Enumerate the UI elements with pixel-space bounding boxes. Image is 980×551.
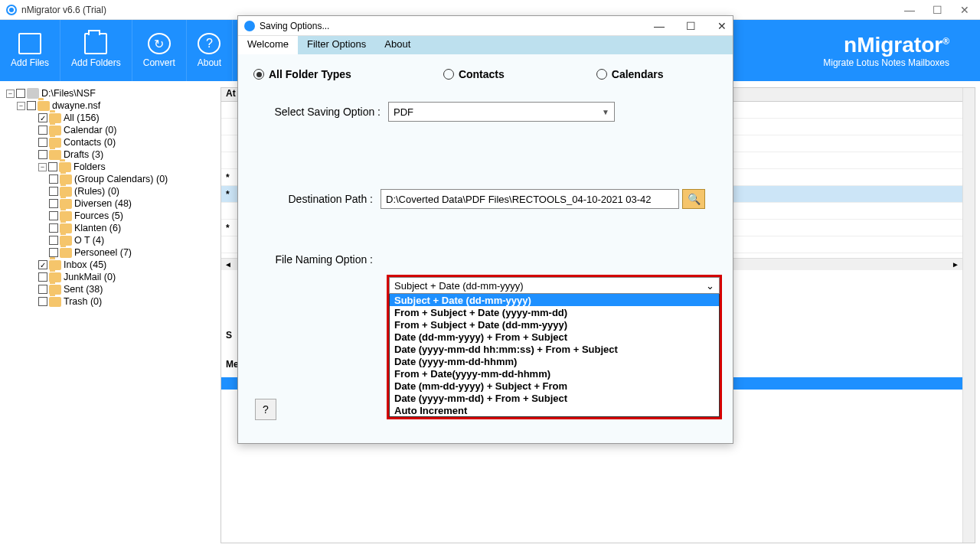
radio-label: Calendars bbox=[612, 68, 664, 80]
file-naming-option[interactable]: Date (yyyy-mm-dd-hhmm) bbox=[390, 355, 719, 367]
tree-checkbox[interactable] bbox=[49, 211, 58, 220]
radio-all-folder-types[interactable]: All Folder Types bbox=[253, 68, 351, 80]
tree-checkbox[interactable] bbox=[38, 297, 47, 306]
tree-checkbox[interactable] bbox=[38, 285, 47, 294]
file-naming-option[interactable]: From + Subject + Date (yyyy-mm-dd) bbox=[390, 306, 719, 318]
tree-checkbox[interactable] bbox=[38, 260, 47, 269]
file-naming-option[interactable]: From + Date(yyyy-mm-dd-hhmm) bbox=[390, 367, 719, 380]
tree-item[interactable]: Klanten (6) bbox=[6, 222, 217, 234]
file-naming-option[interactable]: Date (yyyy-mm-dd hh:mm:ss) + From + Subj… bbox=[390, 343, 719, 355]
tree-item[interactable]: Contacts (0) bbox=[6, 136, 217, 148]
file-naming-option[interactable]: Date (dd-mm-yyyy) + From + Subject bbox=[390, 331, 719, 343]
tree-checkbox[interactable] bbox=[49, 199, 58, 208]
tree-item[interactable]: Drafts (3) bbox=[6, 148, 217, 161]
help-button[interactable]: ? bbox=[255, 399, 276, 420]
tree-item-label: (Rules) (0) bbox=[74, 186, 119, 197]
tree-checkbox[interactable] bbox=[38, 272, 47, 282]
saving-option-select[interactable]: PDF ▼ bbox=[388, 102, 615, 122]
tree-item[interactable]: All (156) bbox=[6, 112, 217, 124]
folder-icon bbox=[49, 272, 61, 282]
dialog-tabs: Welcome Filter Options About bbox=[238, 36, 733, 54]
tree-checkbox[interactable] bbox=[38, 126, 47, 135]
file-naming-option[interactable]: Subject + Date (dd-mm-yyyy) bbox=[390, 294, 719, 306]
radio-contacts[interactable]: Contacts bbox=[443, 68, 505, 80]
file-naming-option[interactable]: Auto Increment bbox=[390, 404, 719, 416]
tree-checkbox[interactable] bbox=[49, 248, 58, 257]
tree-item[interactable]: JunkMail (0) bbox=[6, 271, 217, 283]
tree-checkbox[interactable] bbox=[27, 101, 36, 110]
file-naming-option[interactable]: Date (mm-dd-yyyy) + Subject + From bbox=[390, 380, 719, 392]
collapse-icon[interactable]: − bbox=[17, 102, 25, 110]
tree-item[interactable]: O T (4) bbox=[6, 234, 217, 246]
tab-about[interactable]: About bbox=[375, 36, 420, 54]
chevron-down-icon: ⌄ bbox=[706, 280, 714, 292]
tree-checkbox[interactable] bbox=[38, 138, 47, 147]
destination-path-label: Destination Path : bbox=[250, 193, 381, 205]
file-naming-option[interactable]: From + Subject + Date (dd-mm-yyyy) bbox=[390, 318, 719, 331]
saving-option-value: PDF bbox=[394, 106, 413, 118]
tree-item[interactable]: Diversen (48) bbox=[6, 197, 217, 210]
collapse-icon[interactable]: − bbox=[6, 90, 15, 98]
folder-icon bbox=[60, 236, 72, 246]
convert-button[interactable]: Convert bbox=[132, 20, 187, 81]
folder-icon bbox=[49, 113, 61, 123]
vertical-scrollbar[interactable] bbox=[962, 88, 975, 543]
tree-item[interactable]: Inbox (45) bbox=[6, 259, 217, 271]
radio-calendars[interactable]: Calendars bbox=[596, 68, 664, 80]
tree-item-label: Folders bbox=[74, 161, 106, 172]
tree-checkbox[interactable] bbox=[49, 223, 58, 233]
about-button[interactable]: About bbox=[187, 20, 233, 81]
destination-path-input[interactable] bbox=[381, 189, 679, 209]
minimize-icon[interactable]: — bbox=[905, 5, 914, 15]
tree-item[interactable]: (Group Calendars) (0) bbox=[6, 173, 217, 185]
tab-welcome[interactable]: Welcome bbox=[238, 36, 298, 54]
tree-item-label: JunkMail (0) bbox=[64, 272, 116, 282]
tree-item-label: Contacts (0) bbox=[64, 137, 116, 148]
tree-checkbox[interactable] bbox=[38, 150, 47, 159]
tree-file-label[interactable]: dwayne.nsf bbox=[52, 100, 100, 111]
browse-button[interactable]: 🔍 bbox=[682, 189, 705, 209]
scroll-right-icon[interactable]: ► bbox=[952, 260, 959, 269]
file-naming-select[interactable]: Subject + Date (dd-mm-yyyy) ⌄ bbox=[389, 277, 720, 294]
radio-icon bbox=[253, 69, 264, 80]
tree-item[interactable]: (Rules) (0) bbox=[6, 185, 217, 197]
tree-checkbox[interactable] bbox=[48, 162, 57, 171]
dialog-maximize-icon[interactable]: ☐ bbox=[686, 20, 696, 32]
maximize-icon[interactable]: ☐ bbox=[933, 5, 942, 15]
tree-checkbox[interactable] bbox=[49, 236, 58, 245]
collapse-icon[interactable]: − bbox=[38, 163, 47, 171]
tree-item-label: Sent (38) bbox=[64, 284, 103, 295]
dialog-close-icon[interactable]: ✕ bbox=[717, 20, 727, 32]
chevron-down-icon: ▼ bbox=[602, 108, 609, 116]
tree-item[interactable]: Calendar (0) bbox=[6, 124, 217, 136]
tree-checkbox[interactable] bbox=[38, 113, 47, 122]
folder-tree[interactable]: − D:\Files\NSF − dwayne.nsf All (156)Cal… bbox=[6, 87, 217, 543]
tree-checkbox[interactable] bbox=[16, 89, 25, 98]
close-icon[interactable]: ✕ bbox=[960, 5, 969, 15]
add-files-button[interactable]: Add Files bbox=[0, 20, 60, 81]
tree-item[interactable]: Trash (0) bbox=[6, 295, 217, 308]
section-label: S bbox=[226, 330, 232, 341]
folder-icon bbox=[60, 223, 72, 233]
tree-item[interactable]: Personeel (7) bbox=[6, 246, 217, 259]
file-icon bbox=[18, 33, 41, 54]
tree-checkbox[interactable] bbox=[49, 174, 58, 184]
tree-checkbox[interactable] bbox=[49, 187, 58, 196]
dialog-minimize-icon[interactable]: — bbox=[654, 20, 665, 32]
tree-item-label: Diversen (48) bbox=[74, 198, 132, 209]
folder-icon bbox=[60, 248, 72, 258]
tree-item-label: Personeel (7) bbox=[74, 247, 132, 258]
tree-item-label: Klanten (6) bbox=[74, 223, 121, 233]
tab-filter-options[interactable]: Filter Options bbox=[298, 36, 375, 54]
add-folders-button[interactable]: Add Folders bbox=[60, 20, 132, 81]
folder-icon bbox=[60, 174, 72, 184]
tree-root-label[interactable]: D:\Files\NSF bbox=[41, 88, 96, 99]
scroll-left-icon[interactable]: ◄ bbox=[224, 260, 232, 269]
tree-item[interactable]: Sent (38) bbox=[6, 283, 217, 295]
radio-icon bbox=[596, 69, 607, 80]
tree-item[interactable]: −Folders bbox=[6, 161, 217, 173]
file-naming-option[interactable]: Date (yyyy-mm-dd) + From + Subject bbox=[390, 392, 719, 404]
tree-item-label: Calendar (0) bbox=[64, 125, 116, 135]
tree-item[interactable]: Fources (5) bbox=[6, 210, 217, 222]
dialog-titlebar[interactable]: Saving Options... — ☐ ✕ bbox=[238, 16, 733, 36]
